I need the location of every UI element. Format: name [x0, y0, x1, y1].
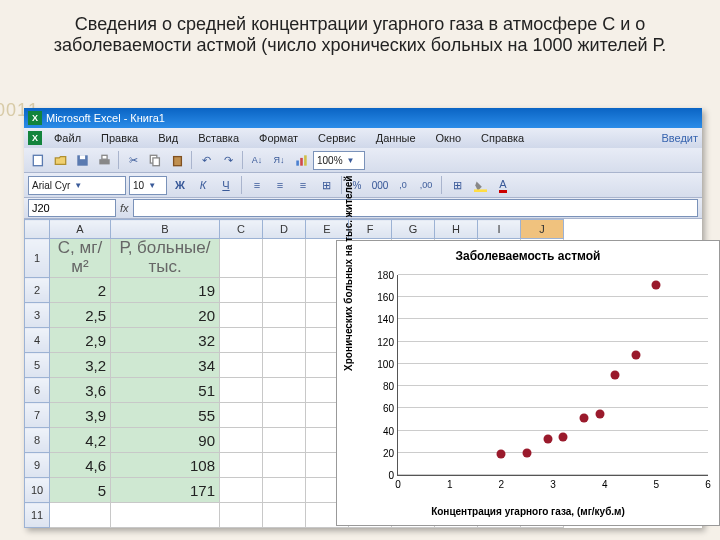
copy-icon[interactable] [145, 150, 165, 170]
row-header[interactable]: 6 [25, 378, 50, 403]
row-header[interactable]: 8 [25, 428, 50, 453]
col-header-A[interactable]: A [50, 220, 111, 239]
cell[interactable]: 90 [111, 428, 220, 453]
new-icon[interactable] [28, 150, 48, 170]
cell[interactable]: 5 [50, 478, 111, 503]
window-title: Microsoft Excel - Книга1 [46, 112, 165, 124]
cut-icon[interactable]: ✂ [123, 150, 143, 170]
row-header[interactable]: 4 [25, 328, 50, 353]
font-color-icon[interactable]: A [493, 175, 513, 195]
open-icon[interactable] [50, 150, 70, 170]
comma-icon[interactable]: 000 [370, 175, 390, 195]
cell[interactable]: 19 [111, 278, 220, 303]
title-bar: X Microsoft Excel - Книга1 [24, 108, 702, 128]
redo-icon[interactable]: ↷ [218, 150, 238, 170]
row-header[interactable]: 3 [25, 303, 50, 328]
help-hint: Введит [661, 132, 698, 144]
menu-bar: X ФайлПравкаВидВставкаФорматСервисДанные… [24, 128, 702, 148]
sort-asc-icon[interactable]: A↓ [247, 150, 267, 170]
fill-color-icon[interactable] [470, 175, 490, 195]
menu-окно[interactable]: Окно [436, 132, 462, 144]
svg-rect-6 [152, 157, 159, 165]
save-icon[interactable] [72, 150, 92, 170]
cell[interactable]: 4,6 [50, 453, 111, 478]
menu-вид[interactable]: Вид [158, 132, 178, 144]
row-header[interactable]: 9 [25, 453, 50, 478]
cell[interactable]: 3,9 [50, 403, 111, 428]
col-header-F[interactable]: F [349, 220, 392, 239]
svg-rect-2 [79, 155, 84, 159]
paste-icon[interactable] [167, 150, 187, 170]
font-size-combo[interactable]: 10▼ [129, 176, 167, 195]
cell[interactable]: 3,6 [50, 378, 111, 403]
row-header[interactable]: 1 [25, 239, 50, 278]
col-header-G[interactable]: G [392, 220, 435, 239]
menu-файл[interactable]: Файл [54, 132, 81, 144]
menu-сервис[interactable]: Сервис [318, 132, 356, 144]
italic-button[interactable]: К [193, 175, 213, 195]
row-header[interactable]: 5 [25, 353, 50, 378]
menu-формат[interactable]: Формат [259, 132, 298, 144]
font-combo[interactable]: Arial Cyr▼ [28, 176, 126, 195]
increase-decimal-icon[interactable]: ,0 [393, 175, 413, 195]
cell[interactable]: 4,2 [50, 428, 111, 453]
underline-button[interactable]: Ч [216, 175, 236, 195]
align-left-icon[interactable]: ≡ [247, 175, 267, 195]
bold-button[interactable]: Ж [170, 175, 190, 195]
formula-input[interactable] [133, 199, 698, 217]
col-header-H[interactable]: H [435, 220, 478, 239]
row-header[interactable]: 2 [25, 278, 50, 303]
data-point [497, 449, 506, 458]
menu-справка[interactable]: Справка [481, 132, 524, 144]
decrease-decimal-icon[interactable]: ,00 [416, 175, 436, 195]
row-header[interactable]: 10 [25, 478, 50, 503]
data-point [611, 371, 620, 380]
cell[interactable]: 51 [111, 378, 220, 403]
cell[interactable]: 2 [50, 278, 111, 303]
zoom-combo[interactable]: 100%▼ [313, 151, 365, 170]
standard-toolbar: ✂ ↶ ↷ A↓ Я↓ 100%▼ [24, 148, 702, 173]
x-axis-label: Концентрация угарного газа, (мг/куб.м) [337, 506, 719, 517]
excel-doc-icon: X [28, 131, 42, 145]
data-point [543, 435, 552, 444]
cell[interactable]: 3,2 [50, 353, 111, 378]
cell[interactable]: 2,9 [50, 328, 111, 353]
embedded-chart[interactable]: Заболеваемость астмой Хронических больны… [336, 240, 720, 526]
menu-вставка[interactable]: Вставка [198, 132, 239, 144]
align-center-icon[interactable]: ≡ [270, 175, 290, 195]
col-header-B[interactable]: B [111, 220, 220, 239]
cell[interactable]: 20 [111, 303, 220, 328]
cell[interactable]: 34 [111, 353, 220, 378]
svg-rect-10 [304, 155, 307, 165]
cell[interactable]: 55 [111, 403, 220, 428]
svg-rect-7 [173, 156, 181, 165]
col-header-D[interactable]: D [263, 220, 306, 239]
slide-title: Сведения о средней концентрации угарного… [0, 0, 720, 64]
col-header-C[interactable]: C [220, 220, 263, 239]
sort-desc-icon[interactable]: Я↓ [269, 150, 289, 170]
cell[interactable]: 171 [111, 478, 220, 503]
cell-A1[interactable]: С, мг/м² [50, 239, 111, 278]
align-right-icon[interactable]: ≡ [293, 175, 313, 195]
cell[interactable]: 108 [111, 453, 220, 478]
data-point [559, 433, 568, 442]
svg-rect-8 [296, 160, 299, 165]
row-header[interactable]: 7 [25, 403, 50, 428]
data-point [595, 409, 604, 418]
borders-icon[interactable]: ⊞ [447, 175, 467, 195]
print-icon[interactable] [94, 150, 114, 170]
menu-данные[interactable]: Данные [376, 132, 416, 144]
undo-icon[interactable]: ↶ [196, 150, 216, 170]
plot-area: 0204060801001201401601800123456 [397, 275, 708, 476]
menu-правка[interactable]: Правка [101, 132, 138, 144]
fx-icon[interactable]: fx [120, 202, 129, 214]
cell[interactable]: 32 [111, 328, 220, 353]
y-axis-label: Хронических больных на тыс. жителей [343, 176, 354, 371]
cell[interactable]: 2,5 [50, 303, 111, 328]
col-header-I[interactable]: I [478, 220, 521, 239]
col-header-J[interactable]: J [521, 220, 564, 239]
chart-wizard-icon[interactable] [291, 150, 311, 170]
cell-B1[interactable]: Р, больные/тыс. [111, 239, 220, 278]
name-box[interactable]: J20 [28, 199, 116, 217]
merge-icon[interactable]: ⊞ [316, 175, 336, 195]
